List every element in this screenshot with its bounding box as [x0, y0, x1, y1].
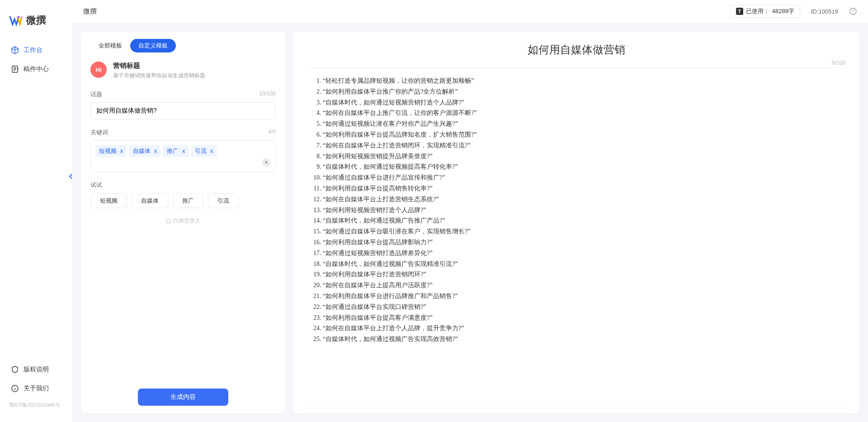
logo-text: 微撰: [26, 14, 46, 27]
try-chip[interactable]: 短视频: [90, 194, 127, 208]
topbar-title: 微撰: [83, 7, 97, 16]
output-item: “如何通过自媒体平台进行产品宣传和推广?”: [323, 172, 845, 183]
try-chip[interactable]: 自媒体: [132, 194, 168, 208]
tab-all-templates[interactable]: 全部模板: [90, 39, 130, 52]
remove-tag-icon[interactable]: x: [210, 147, 213, 154]
keyword-tag[interactable]: 引流 x: [191, 145, 217, 157]
output-title: 如何用自媒体做营销: [307, 43, 845, 57]
output-item: “如何在自媒体平台上推广引流，让你的客户源源不断?”: [323, 108, 845, 119]
template-desc: 基于关键词快速帮你自动生成营销标题: [113, 72, 205, 80]
license-text: 鄂ICP备2022016946号: [0, 398, 72, 408]
output-title-counter: 9/100: [307, 60, 845, 66]
output-item: “自媒体时代，如何通过视频广告实现精准引流?”: [323, 259, 845, 270]
logo-icon: [9, 14, 23, 27]
try-chip[interactable]: 引流: [208, 194, 239, 208]
topic-counter: 10/100: [259, 90, 276, 99]
shield-icon: [11, 365, 19, 374]
template-icon: Hi: [90, 62, 107, 78]
output-panel: 如何用自媒体做营销 9/100 “轻松打造专属品牌短视频，让你的营销之路更加顺畅…: [294, 32, 859, 413]
logo[interactable]: 微撰: [0, 9, 72, 41]
cube-icon: [11, 46, 19, 54]
user-id: ID:100519: [811, 8, 838, 15]
output-item: “如何利用短视频营销提升品牌美誉度?”: [323, 151, 845, 162]
output-item: “如何在自媒体平台上打造个人品牌，提升竞争力?”: [323, 323, 845, 334]
output-item: “如何通过自媒体平台实现口碑营销?”: [323, 302, 845, 313]
output-item: “如何通过短视频让潜在客户对你产品产生兴趣?”: [323, 119, 845, 129]
output-item: “自媒体时代，如何通过视频广告推广产品?”: [323, 215, 845, 226]
output-item: “如何利用短视频营销打造个人品牌?”: [323, 205, 845, 216]
output-item: “如何利用自媒体平台提高品牌知名度，扩大销售范围?”: [323, 129, 845, 140]
output-item: “如何在自媒体平台上提高用户活跃度?”: [323, 280, 845, 291]
output-item: “如何利用自媒体平台提高销售转化率?”: [323, 183, 845, 194]
usage-badge[interactable]: T 已使用： 48289字: [730, 5, 800, 18]
output-item: “自媒体时代，如何通过视频广告实现高效营销?”: [323, 334, 845, 345]
output-list: “轻松打造专属品牌短视频，让你的营销之路更加顺畅”“如何利用自媒体平台推广你的产…: [307, 76, 845, 345]
keyword-tag[interactable]: 短视频 x: [95, 145, 127, 157]
keyword-tag[interactable]: 自媒体 x: [129, 145, 160, 157]
output-item: “如何利用自媒体平台推广你的产品?全方位解析”: [323, 86, 845, 97]
output-item: “如何利用自媒体平台提高品牌影响力?”: [323, 237, 845, 248]
output-item: “如何通过自媒体平台吸引潜在客户，实现销售增长?”: [323, 226, 845, 237]
keywords-box[interactable]: 短视频 x自媒体 x推广 x引流 x ×: [90, 140, 276, 172]
try-label: 试试: [90, 181, 276, 189]
nav-item-drafts[interactable]: 稿件中心: [0, 60, 72, 79]
remove-tag-icon[interactable]: x: [154, 147, 157, 154]
svg-point-2: [14, 387, 15, 388]
remove-tag-icon[interactable]: x: [120, 147, 123, 154]
nav-label: 版权说明: [24, 365, 49, 374]
usage-label: 已使用：: [746, 7, 769, 15]
info-icon: [11, 384, 19, 393]
output-item: “如何在自媒体平台上打造营销闭环，实现精准引流?”: [323, 140, 845, 151]
nav-label: 关于我们: [24, 384, 49, 393]
nav-item-license[interactable]: 版权说明: [0, 360, 72, 379]
try-chips: 短视频自媒体推广引流: [90, 194, 276, 208]
generate-button[interactable]: 生成内容: [138, 389, 228, 406]
nav-label: 工作台: [24, 46, 42, 54]
output-item: “自媒体时代，如何通过短视频提高客户转化率?”: [323, 161, 845, 172]
clear-keywords-button[interactable]: ×: [262, 158, 271, 167]
power-icon[interactable]: [849, 7, 857, 15]
nav-item-about[interactable]: 关于我们: [0, 379, 72, 398]
template-title: 营销标题: [113, 62, 205, 70]
topic-input[interactable]: [90, 102, 276, 119]
remove-tag-icon[interactable]: x: [182, 147, 185, 154]
output-item: “如何在自媒体平台上打造营销生态系统?”: [323, 194, 845, 205]
output-item: “如何利用自媒体平台提高客户满意度?”: [323, 313, 845, 323]
sidebar-collapse-toggle[interactable]: [68, 172, 74, 181]
output-item: “如何利用自媒体平台打造营销闭环?”: [323, 269, 845, 280]
try-chip[interactable]: 推广: [173, 194, 203, 208]
output-item: “自媒体时代，如何通过短视频营销打造个人品牌?”: [323, 97, 845, 108]
keyword-tag[interactable]: 推广 x: [163, 145, 189, 157]
topic-label: 话题: [90, 90, 102, 99]
usage-value: 48289字: [772, 7, 794, 15]
template-tabs: 全部模板 自定义模板: [90, 39, 276, 52]
text-icon: T: [736, 8, 743, 15]
keywords-counter: 4/6: [268, 128, 276, 137]
keywords-label: 关键词: [90, 128, 108, 137]
template-header: Hi 营销标题 基于关键词快速帮你自动生成营销标题: [90, 62, 276, 80]
input-panel: 全部模板 自定义模板 Hi 营销标题 基于关键词快速帮你自动生成营销标题 话题 …: [81, 32, 285, 413]
fill-hint[interactable]: 白填空录入: [90, 217, 276, 225]
output-item: “如何利用自媒体平台进行品牌推广和产品销售?”: [323, 291, 845, 302]
tab-custom-template[interactable]: 自定义模板: [130, 39, 176, 52]
nav: 工作台 稿件中心: [0, 41, 72, 360]
sidebar: 微撰 工作台 稿件中心 版权说明: [0, 0, 72, 422]
output-item: “如何通过短视频营销打造品牌差异化?”: [323, 248, 845, 259]
doc-icon: [11, 65, 19, 73]
topbar: 微撰 T 已使用： 48289字 ID:100519: [72, 0, 868, 23]
nav-item-workspace[interactable]: 工作台: [0, 41, 72, 60]
nav-label: 稿件中心: [24, 65, 49, 73]
output-item: “轻松打造专属品牌短视频，让你的营销之路更加顺畅”: [323, 76, 845, 86]
